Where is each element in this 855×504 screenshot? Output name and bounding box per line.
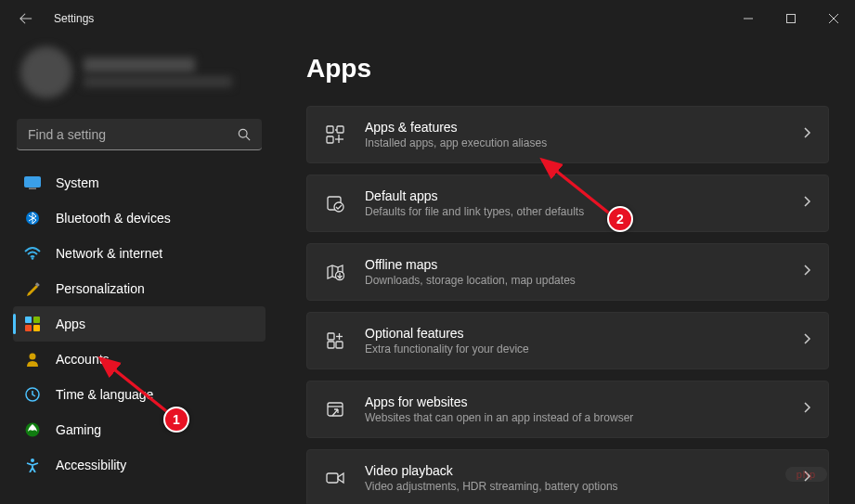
accessibility-icon [24, 457, 41, 473]
personalization-icon [24, 280, 41, 297]
time-icon [24, 386, 41, 403]
svg-rect-17 [327, 126, 333, 133]
sidebar-item-gaming[interactable]: Gaming [13, 412, 266, 447]
sidebar-item-system[interactable]: System [13, 165, 266, 200]
annotation-badge-2: 2 [607, 206, 633, 232]
accounts-icon [24, 351, 41, 368]
chevron-right-icon [802, 332, 811, 349]
chevron-right-icon [802, 401, 811, 418]
card-optional-features[interactable]: Optional features Extra functionality fo… [306, 312, 829, 369]
nav-list: System Bluetooth & devices Network & int… [13, 165, 266, 504]
card-title: Apps & features [365, 120, 802, 135]
default-apps-icon [324, 192, 346, 214]
annotation-badge-1: 1 [163, 407, 189, 433]
card-apps-features[interactable]: Apps & features Installed apps, app exec… [306, 106, 829, 163]
sidebar-item-accessibility[interactable]: Accessibility [13, 447, 266, 483]
chevron-right-icon [802, 195, 811, 212]
sidebar-item-label: Network & internet [56, 246, 162, 261]
chevron-right-icon [802, 264, 811, 280]
search-icon [238, 128, 251, 141]
svg-rect-11 [25, 325, 32, 331]
optional-features-icon [324, 330, 346, 352]
close-icon [829, 14, 838, 23]
card-video-playback[interactable]: Video playback Video adjustments, HDR st… [306, 449, 829, 504]
back-button[interactable] [17, 9, 35, 28]
search-input[interactable] [28, 127, 238, 142]
sidebar-item-apps[interactable]: Apps [13, 306, 266, 342]
sidebar-item-label: Apps [56, 317, 85, 331]
svg-rect-33 [327, 473, 338, 483]
app-title: Settings [54, 12, 94, 25]
card-title: Video playback [365, 463, 802, 478]
card-subtitle: Downloads, storage location, map updates [365, 274, 802, 287]
sidebar-item-network[interactable]: Network & internet [13, 236, 266, 271]
sidebar-item-label: Gaming [56, 422, 101, 437]
apps-features-icon [324, 123, 346, 146]
card-subtitle: Websites that can open in an app instead… [365, 411, 802, 424]
card-subtitle: Installed apps, app execution aliases [365, 136, 802, 149]
bluetooth-icon [24, 210, 41, 226]
profile-email [84, 76, 232, 87]
svg-rect-12 [33, 325, 40, 331]
svg-rect-10 [33, 317, 40, 323]
sidebar-item-label: Time & language [56, 387, 153, 402]
watermark: php [785, 467, 827, 482]
card-title: Apps for websites [365, 394, 802, 409]
close-button[interactable] [812, 0, 855, 37]
svg-rect-26 [328, 333, 334, 340]
sidebar-item-accounts[interactable]: Accounts [13, 342, 266, 377]
card-title: Offline maps [365, 257, 802, 272]
profile-block[interactable] [13, 37, 266, 113]
svg-rect-28 [336, 342, 343, 348]
svg-rect-19 [327, 136, 333, 143]
sidebar-item-label: Personalization [56, 281, 145, 296]
svg-rect-18 [337, 126, 343, 133]
apps-nav-icon [24, 316, 41, 332]
svg-rect-1 [787, 15, 796, 23]
avatar [20, 46, 72, 98]
chevron-right-icon [802, 126, 811, 143]
profile-text [84, 58, 258, 87]
sidebar: System Bluetooth & devices Network & int… [0, 37, 279, 504]
card-default-apps[interactable]: Default apps Defaults for file and link … [306, 174, 829, 232]
main-content: Apps Apps & features Installed apps, app… [279, 37, 855, 504]
card-title: Default apps [365, 188, 802, 203]
card-subtitle: Extra functionality for your device [365, 342, 802, 355]
sidebar-item-label: Bluetooth & devices [56, 211, 171, 226]
titlebar: Settings [0, 0, 855, 37]
back-arrow-icon [19, 12, 32, 25]
card-offline-maps[interactable]: Offline maps Downloads, storage location… [306, 243, 829, 301]
maximize-icon [786, 14, 796, 23]
system-icon [24, 174, 41, 191]
profile-name [84, 58, 195, 72]
svg-point-16 [31, 459, 34, 462]
window-controls [727, 0, 855, 37]
wifi-icon [24, 245, 41, 262]
offline-maps-icon [324, 261, 346, 283]
card-subtitle: Defaults for file and link types, other … [365, 205, 802, 218]
card-subtitle: Video adjustments, HDR streaming, batter… [365, 480, 802, 493]
svg-point-24 [334, 202, 343, 212]
gaming-icon [24, 421, 41, 438]
svg-rect-4 [25, 177, 41, 187]
sidebar-item-personalization[interactable]: Personalization [13, 271, 266, 306]
sidebar-item-label: Accounts [56, 352, 110, 367]
svg-point-13 [30, 354, 36, 360]
sidebar-item-label: Accessibility [56, 458, 126, 472]
video-playback-icon [324, 467, 346, 489]
minimize-icon [744, 14, 753, 23]
svg-rect-27 [328, 342, 334, 348]
sidebar-item-bluetooth[interactable]: Bluetooth & devices [13, 200, 266, 236]
svg-point-7 [32, 257, 34, 260]
svg-rect-5 [29, 188, 36, 190]
apps-websites-icon [324, 398, 346, 420]
maximize-button[interactable] [770, 0, 812, 37]
svg-rect-9 [25, 317, 32, 323]
svg-line-3 [246, 136, 250, 140]
search-box[interactable] [17, 119, 262, 150]
card-title: Optional features [365, 326, 802, 341]
card-apps-websites[interactable]: Apps for websites Websites that can open… [306, 381, 829, 438]
minimize-button[interactable] [727, 0, 770, 37]
sidebar-item-label: System [56, 175, 99, 190]
sidebar-item-time[interactable]: Time & language [13, 377, 266, 412]
